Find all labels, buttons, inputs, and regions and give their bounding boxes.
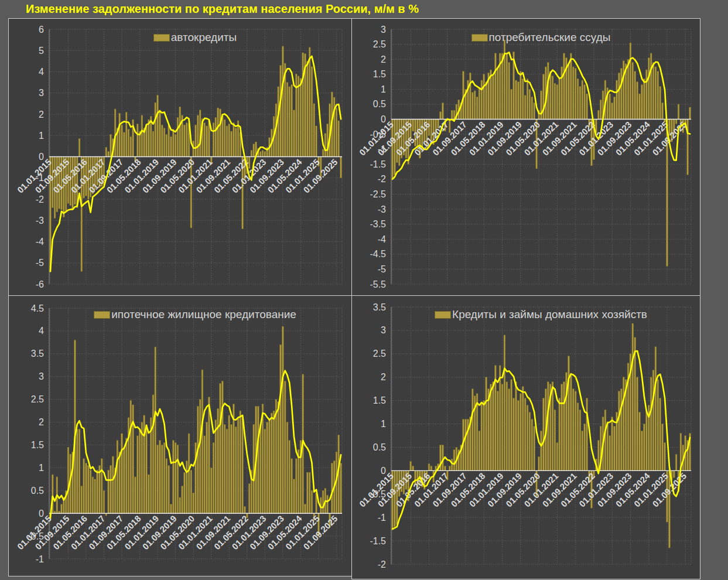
svg-text:-4.5: -4.5 xyxy=(370,249,386,259)
svg-text:1: 1 xyxy=(39,463,44,473)
svg-text:0.5: 0.5 xyxy=(373,99,386,109)
svg-text:-1.5: -1.5 xyxy=(370,536,386,546)
svg-text:-2: -2 xyxy=(378,174,386,184)
svg-text:-0.5: -0.5 xyxy=(370,489,386,499)
svg-text:0.5: 0.5 xyxy=(373,442,386,452)
svg-text:2.5: 2.5 xyxy=(31,394,44,404)
svg-text:1: 1 xyxy=(381,419,386,429)
svg-text:2: 2 xyxy=(39,110,44,120)
svg-text:2: 2 xyxy=(381,54,386,64)
svg-text:0.5: 0.5 xyxy=(31,486,44,496)
bar-line-chart: 01.01.201501.09.201501.05.201601.01.2017… xyxy=(9,296,351,576)
y-axis-labels: 6543210-1-2-3-4-5-6 xyxy=(36,25,44,289)
svg-text:-3: -3 xyxy=(378,204,386,214)
svg-text:2: 2 xyxy=(381,372,386,382)
svg-text:-3.5: -3.5 xyxy=(370,219,386,229)
x-axis-labels: 01.01.201501.09.201501.05.201601.01.2017… xyxy=(357,470,688,509)
svg-text:2: 2 xyxy=(39,417,44,427)
svg-text:-2: -2 xyxy=(36,195,44,204)
svg-text:0: 0 xyxy=(381,466,386,476)
svg-text:-5.5: -5.5 xyxy=(370,279,386,289)
svg-text:4: 4 xyxy=(39,67,44,77)
y-axis-labels: 32.521.510.50-0.5-1-1.5-2-2.5-3-3.5-4-4.… xyxy=(370,25,386,289)
svg-text:2.5: 2.5 xyxy=(373,39,386,49)
bars xyxy=(392,323,691,548)
bars xyxy=(50,326,342,536)
page-title: Изменение задолженности по кредитам насе… xyxy=(26,2,419,16)
svg-text:1: 1 xyxy=(381,84,386,94)
chart-panel-consumer-loans: потребительские ссуды 01.01.201501.09.20… xyxy=(351,18,700,296)
chart-panel-household-loans: Кредиты и займы домашних хозяйств 01.01.… xyxy=(351,295,700,579)
svg-text:1.5: 1.5 xyxy=(373,69,386,79)
y-axis-labels: 3.532.521.510.50-0.5-1-1.5-2 xyxy=(370,302,386,569)
svg-text:3.5: 3.5 xyxy=(373,302,386,312)
svg-text:4: 4 xyxy=(39,326,44,336)
svg-text:3: 3 xyxy=(381,25,386,35)
svg-text:4.5: 4.5 xyxy=(31,303,44,313)
svg-text:-0.5: -0.5 xyxy=(370,129,386,139)
svg-text:-5: -5 xyxy=(378,264,386,274)
svg-text:3.5: 3.5 xyxy=(31,349,44,359)
svg-text:-2: -2 xyxy=(378,559,386,569)
svg-text:6: 6 xyxy=(39,25,44,35)
x-axis-labels: 01.01.201501.09.201501.05.201601.01.2017… xyxy=(15,513,340,552)
svg-text:-2.5: -2.5 xyxy=(370,189,386,199)
svg-text:1: 1 xyxy=(39,131,44,141)
bar-line-chart: 01.01.201501.09.201501.05.201601.01.2017… xyxy=(352,19,700,295)
svg-text:-4: -4 xyxy=(378,234,386,244)
svg-text:5: 5 xyxy=(39,46,44,56)
svg-text:1.5: 1.5 xyxy=(373,395,386,405)
svg-text:2.5: 2.5 xyxy=(373,349,386,359)
svg-text:0: 0 xyxy=(39,509,44,518)
bar-line-chart: 01.01.201501.09.201501.05.201601.01.2017… xyxy=(352,296,700,579)
svg-text:-3: -3 xyxy=(36,216,44,226)
chart-panel-auto-loans: автокредиты 01.01.201501.09.201501.05.20… xyxy=(8,18,352,296)
svg-text:0: 0 xyxy=(39,152,44,162)
chart-panel-mortgage: ипотечное жилищное кредитование 01.01.20… xyxy=(8,295,352,576)
svg-text:0: 0 xyxy=(381,114,386,124)
svg-text:1.5: 1.5 xyxy=(31,440,44,450)
svg-text:-1.5: -1.5 xyxy=(370,159,386,169)
svg-text:-1: -1 xyxy=(378,144,386,154)
svg-text:-5: -5 xyxy=(36,258,44,268)
bar-line-chart: 01.01.201501.09.201501.05.201601.01.2017… xyxy=(9,19,351,295)
svg-text:3: 3 xyxy=(381,325,386,335)
svg-text:-4: -4 xyxy=(36,237,44,247)
svg-text:-6: -6 xyxy=(36,279,44,289)
svg-text:3: 3 xyxy=(39,88,44,98)
svg-text:-1: -1 xyxy=(36,554,44,564)
svg-text:-1: -1 xyxy=(36,173,44,183)
svg-text:-1: -1 xyxy=(378,513,386,523)
svg-text:-0.5: -0.5 xyxy=(28,531,44,541)
svg-text:3: 3 xyxy=(39,371,44,381)
